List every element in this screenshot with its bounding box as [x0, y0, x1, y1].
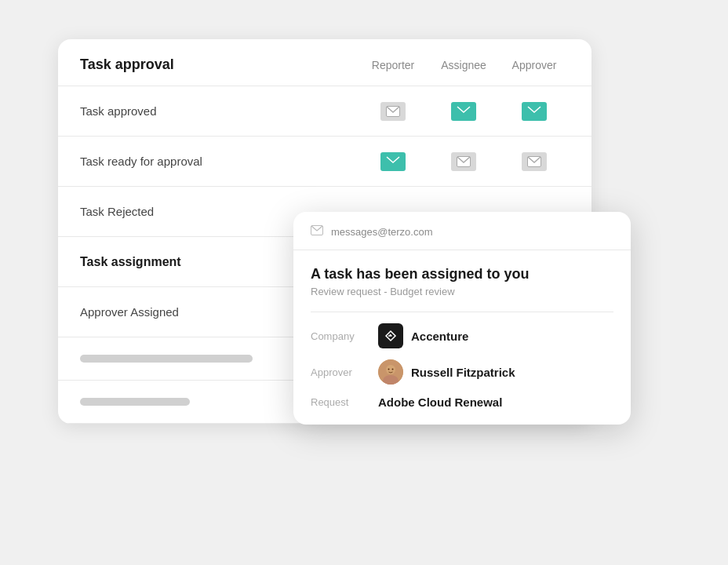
- email-icon-inactive: [380, 102, 406, 121]
- email-card-header: messages@terzo.com: [293, 212, 631, 250]
- row-label: Task ready for approval: [80, 155, 358, 168]
- company-logo: [378, 323, 403, 348]
- company-name: Accenture: [411, 330, 468, 343]
- email-field-approver: Approver: [311, 359, 613, 385]
- icon-cell-approver: [499, 102, 570, 121]
- field-value-approver: Russell Fitzpatrick: [378, 359, 515, 385]
- email-icon-active: [451, 102, 476, 121]
- col-assignee: Assignee: [428, 59, 499, 71]
- column-headers: Reporter Assignee Approver: [358, 59, 570, 71]
- email-icon-inactive-2: [451, 152, 476, 171]
- field-value-request: Adobe Cloud Renewal: [378, 396, 502, 409]
- icon-cell-reporter: [358, 152, 428, 171]
- email-icon-inactive-3: [522, 152, 547, 171]
- skeleton-bar: [80, 355, 253, 363]
- row-icons: [358, 152, 570, 171]
- email-field-company: Company Accenture: [311, 323, 613, 348]
- skeleton-bar: [80, 398, 190, 406]
- email-icon-active-2: [522, 102, 547, 121]
- approver-name: Russell Fitzpatrick: [411, 366, 515, 379]
- col-approver: Approver: [499, 59, 570, 71]
- row-task-ready: Task ready for approval: [58, 137, 592, 187]
- icon-cell-reporter: [358, 102, 428, 121]
- field-label-request: Request: [311, 396, 366, 408]
- email-subtitle: Review request - Budget review: [311, 286, 613, 297]
- email-card-body: A task has been assigned to you Review r…: [293, 250, 631, 425]
- row-task-approved: Task approved: [58, 86, 592, 137]
- field-value-company: Accenture: [378, 323, 468, 348]
- field-label-approver: Approver: [311, 366, 366, 378]
- row-label: Task approved: [80, 104, 358, 118]
- col-reporter: Reporter: [358, 59, 428, 71]
- icon-cell-assignee: [428, 102, 499, 121]
- field-label-company: Company: [311, 330, 366, 342]
- email-icon-active-3: [380, 152, 406, 171]
- row-icons: [358, 102, 570, 121]
- email-field-request: Request Adobe Cloud Renewal: [311, 396, 613, 409]
- table-header: Task approval Reporter Assignee Approver: [58, 39, 592, 86]
- request-name: Adobe Cloud Renewal: [378, 396, 502, 409]
- table-title: Task approval: [80, 56, 358, 73]
- email-from-icon: [311, 224, 323, 239]
- email-divider: [311, 312, 613, 312]
- svg-point-12: [392, 369, 394, 370]
- email-from-address: messages@terzo.com: [331, 226, 433, 238]
- email-preview-card: messages@terzo.com A task has been assig…: [293, 212, 631, 425]
- email-subject: A task has been assigned to you: [311, 266, 613, 282]
- icon-cell-approver: [499, 152, 570, 171]
- avatar: [378, 359, 403, 385]
- svg-point-11: [388, 369, 390, 370]
- icon-cell-assignee: [428, 152, 499, 171]
